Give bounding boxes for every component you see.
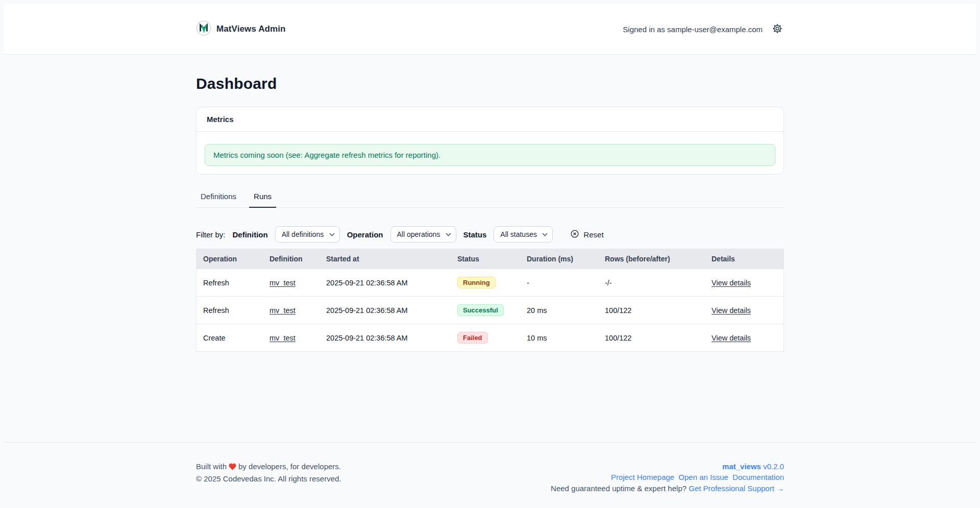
status-badge: Successful [457, 304, 504, 316]
metrics-card-title: Metrics [197, 107, 783, 132]
runs-table: Operation Definition Started at Status D… [196, 249, 784, 352]
project-name-link[interactable]: mat_views [722, 462, 761, 471]
support-line: Need guaranteed uptime & expert help? Ge… [551, 483, 784, 494]
operation-filter-label: Operation [347, 230, 383, 239]
signed-in-text: Signed in as sample-user@example.com [623, 25, 763, 34]
version-label: v0.2.0 [763, 462, 784, 471]
column-header-details: Details [705, 249, 783, 269]
brand[interactable]: MatViews Admin [196, 20, 286, 38]
rows-cell: 100/122 [598, 324, 705, 352]
metrics-coming-soon-notice: Metrics coming soon (see: Aggregate refr… [205, 144, 775, 166]
status-badge: Running [457, 277, 496, 288]
version-line: mat_views v0.2.0 [551, 461, 784, 472]
definition-link[interactable]: mv_test [270, 279, 296, 287]
filter-bar: Filter by: Definition All definitions Op… [196, 226, 784, 243]
project-homepage-link[interactable]: Project Homepage [611, 473, 674, 481]
settings-button[interactable] [771, 22, 784, 37]
duration-cell: 10 ms [520, 324, 598, 352]
operation-cell: Create [197, 324, 263, 352]
tab-definitions[interactable]: Definitions [196, 192, 241, 208]
main-content: Dashboard Metrics Metrics coming soon (s… [4, 55, 976, 422]
table-row: Create mv_test 2025-09-21 02:36:58 AM Fa… [197, 324, 783, 352]
duration-cell: - [520, 269, 598, 297]
reset-filters-button[interactable]: Reset [567, 227, 606, 242]
tab-runs[interactable]: Runs [249, 192, 276, 208]
definition-link[interactable]: mv_test [270, 334, 296, 342]
documentation-link[interactable]: Documentation [732, 473, 784, 481]
table-header-row: Operation Definition Started at Status D… [197, 249, 783, 269]
built-with-line: Built withby developers, for developers. [196, 461, 341, 473]
reset-label: Reset [583, 230, 603, 239]
app-title: MatViews Admin [216, 24, 286, 34]
rows-cell: 100/122 [598, 297, 705, 324]
column-header-started-at: Started at [320, 249, 451, 269]
column-header-operation: Operation [197, 249, 263, 269]
column-header-definition: Definition [263, 249, 320, 269]
view-details-link[interactable]: View details [712, 279, 751, 287]
metrics-card: Metrics Metrics coming soon (see: Aggreg… [196, 107, 784, 175]
duration-cell: 20 ms [520, 297, 598, 324]
site-header: MatViews Admin Signed in as sample-user@… [4, 4, 976, 55]
column-header-rows: Rows (before/after) [598, 249, 705, 269]
rows-cell: -/- [598, 269, 705, 297]
status-select[interactable]: All statuses [494, 226, 553, 243]
gear-icon [772, 23, 783, 36]
column-header-status: Status [451, 249, 520, 269]
copyright-line: © 2025 Codevedas Inc. All rights reserve… [196, 473, 341, 484]
filter-by-label: Filter by: [196, 230, 226, 239]
operation-cell: Refresh [197, 297, 263, 324]
started-at-cell: 2025-09-21 02:36:58 AM [320, 269, 451, 297]
matviews-logo-icon [196, 20, 211, 38]
professional-support-link[interactable]: Get Professional Support → [689, 484, 784, 493]
view-details-link[interactable]: View details [712, 306, 751, 315]
started-at-cell: 2025-09-21 02:36:58 AM [320, 297, 451, 324]
heart-icon [228, 463, 237, 473]
tab-bar: Definitions Runs [196, 192, 784, 208]
site-footer: Built withby developers, for developers.… [4, 442, 976, 504]
operation-select[interactable]: All operations [390, 226, 456, 243]
open-an-issue-link[interactable]: Open an Issue [678, 473, 728, 481]
table-row: Refresh mv_test 2025-09-21 02:36:58 AM R… [197, 269, 783, 297]
started-at-cell: 2025-09-21 02:36:58 AM [320, 324, 451, 352]
app-root: MatViews Admin Signed in as sample-user@… [4, 4, 976, 504]
circle-x-icon [570, 229, 579, 240]
column-header-duration: Duration (ms) [520, 249, 598, 269]
definition-link[interactable]: mv_test [270, 306, 296, 315]
status-badge: Failed [457, 332, 488, 344]
definition-filter-label: Definition [233, 230, 268, 239]
status-filter-label: Status [463, 230, 487, 239]
table-row: Refresh mv_test 2025-09-21 02:36:58 AM S… [197, 297, 783, 324]
page-title: Dashboard [196, 75, 784, 92]
operation-cell: Refresh [197, 269, 263, 297]
definition-select[interactable]: All definitions [275, 226, 340, 243]
footer-links: Project Homepage Open an Issue Documenta… [551, 472, 784, 482]
view-details-link[interactable]: View details [712, 334, 751, 342]
